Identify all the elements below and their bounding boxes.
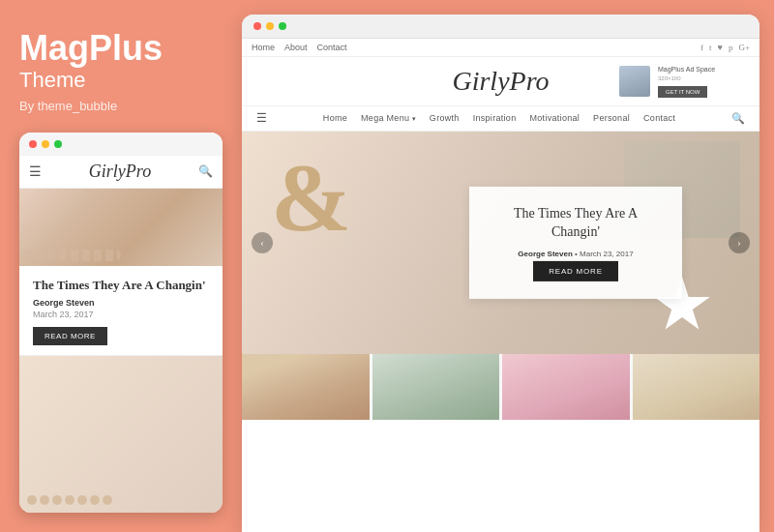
desktop-top-nav-links: Home About Contact — [252, 43, 347, 52]
main-nav-motivational[interactable]: Motivational — [529, 113, 580, 123]
browser-top-bar — [242, 15, 759, 39]
dot-green-icon — [54, 140, 62, 148]
browser-dot-green — [279, 22, 286, 30]
thumbnail-3-image — [502, 354, 630, 420]
bead-7 — [103, 495, 112, 505]
thumbnail-1-image — [242, 354, 370, 420]
main-nav-mega-menu[interactable]: Mega Menu — [361, 113, 416, 123]
mobile-hamburger-icon[interactable]: ☰ — [29, 163, 42, 180]
social-icons: f t ♥ p G+ — [700, 43, 750, 52]
twitter-icon[interactable]: t — [709, 43, 712, 52]
main-nav-contact[interactable]: Contact — [643, 113, 675, 123]
main-nav-growth[interactable]: Growth — [430, 113, 460, 123]
bead-2 — [40, 495, 49, 505]
desktop-ad-box: MagPlus Ad Space 320×100 GET IT NOW — [619, 65, 745, 98]
pinterest-icon[interactable]: p — [729, 43, 733, 52]
thumbnail-2-image — [372, 354, 500, 420]
desktop-top-nav: Home About Contact f t ♥ p G+ — [242, 39, 759, 57]
browser-dot-red — [253, 22, 261, 30]
mobile-bottom-image — [19, 356, 223, 513]
thumbnail-row — [242, 354, 759, 420]
mobile-hero-image — [19, 189, 223, 266]
brand-type: Theme — [19, 68, 218, 93]
dot-red-icon — [29, 140, 37, 148]
top-nav-home[interactable]: Home — [252, 43, 275, 52]
thumbnail-4[interactable] — [633, 354, 760, 420]
bead-1 — [27, 495, 37, 505]
dot-yellow-icon — [42, 140, 49, 148]
mobile-top-bar — [19, 133, 223, 156]
hero-article-title: The Times They Are A Changin' — [491, 204, 661, 242]
main-nav-home[interactable]: Home — [323, 113, 347, 123]
bead-3 — [52, 495, 62, 505]
ad-thumbnail-image — [619, 66, 650, 97]
hamburger-icon[interactable]: ☰ — [256, 111, 267, 126]
brand-by: By theme_bubble — [19, 99, 218, 113]
hero-ampersand-decoration: & — [271, 141, 351, 252]
desktop-main-nav: ☰ Home Mega Menu Growth Inspiration Moti… — [242, 106, 759, 132]
main-nav-personal[interactable]: Personal — [593, 113, 630, 123]
top-nav-contact[interactable]: Contact — [317, 43, 347, 52]
thumbnail-2[interactable] — [372, 354, 500, 420]
mobile-article-author: George Steven — [33, 298, 209, 308]
mobile-beads-bottom — [27, 495, 112, 505]
instagram-icon[interactable]: ♥ — [718, 43, 723, 52]
bead-6 — [90, 495, 100, 505]
brand-name: MagPlus — [19, 29, 218, 68]
thumbnail-4-image — [633, 354, 760, 420]
left-panel: MagPlus Theme By theme_bubble ☰ GirlyPro… — [0, 0, 237, 532]
facebook-icon[interactable]: f — [700, 43, 703, 52]
mobile-mockup: ☰ GirlyPro 🔍 The Times They Are A Changi… — [19, 133, 223, 513]
thumbnail-1[interactable] — [242, 354, 370, 420]
mobile-read-more-button[interactable]: READ MORE — [33, 327, 107, 345]
hero-article-overlay: The Times They Are A Changin' George Ste… — [469, 187, 682, 299]
hero-prev-arrow[interactable]: ‹ — [252, 232, 273, 253]
desktop-hero: & The Times They Are A Changin' George S… — [242, 132, 759, 354]
ad-thumbnail — [619, 66, 650, 97]
googleplus-icon[interactable]: G+ — [738, 43, 750, 52]
mobile-nav-bar: ☰ GirlyPro 🔍 — [19, 156, 223, 189]
desktop-browser-mockup: Home About Contact f t ♥ p G+ GirlyPro M… — [242, 15, 759, 532]
browser-dot-yellow — [266, 22, 274, 30]
get-it-now-button[interactable]: GET IT NOW — [658, 86, 707, 98]
mobile-search-icon[interactable]: 🔍 — [198, 164, 213, 179]
mobile-logo: GirlyPro — [89, 162, 151, 182]
desktop-search-icon[interactable]: 🔍 — [731, 112, 745, 125]
ad-text-area: MagPlus Ad Space 320×100 GET IT NOW — [658, 65, 715, 98]
hero-article-author: George Steven • March 23, 2017 — [491, 250, 661, 258]
ad-size: 320×100 — [658, 75, 681, 81]
mobile-article-date: March 23, 2017 — [33, 310, 209, 319]
main-nav-links: Home Mega Menu Growth Inspiration Motiva… — [323, 113, 675, 123]
mobile-article-title: The Times They Are A Changin' — [33, 278, 209, 294]
hero-read-more-button[interactable]: READ MORE — [533, 261, 618, 281]
top-nav-about[interactable]: About — [284, 43, 308, 52]
ad-label: MagPlus Ad Space 320×100 — [658, 65, 715, 83]
mobile-article-card: The Times They Are A Changin' George Ste… — [19, 266, 223, 357]
hero-next-arrow[interactable]: › — [729, 232, 750, 253]
thumbnail-3[interactable] — [502, 354, 630, 420]
desktop-logo: GirlyPro — [382, 66, 619, 97]
bead-4 — [65, 495, 74, 505]
mobile-hero-beads — [24, 250, 121, 261]
desktop-header: GirlyPro MagPlus Ad Space 320×100 GET IT… — [242, 57, 759, 106]
main-nav-inspiration[interactable]: Inspiration — [473, 113, 517, 123]
bead-5 — [77, 495, 87, 505]
